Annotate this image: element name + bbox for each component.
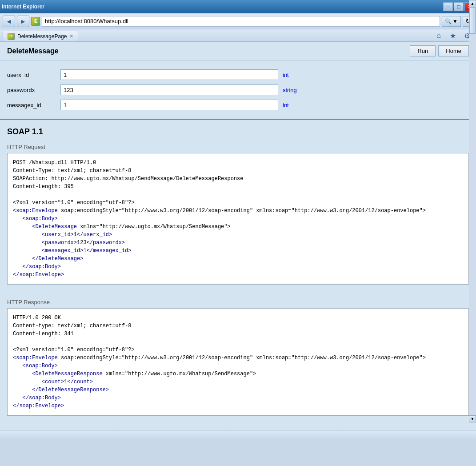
response-spacer — [7, 292, 469, 299]
resp-count-open: <count> — [42, 379, 64, 385]
header-buttons: Run Home — [410, 45, 469, 56]
req-msgid-val: 1 — [83, 248, 86, 254]
form-area: userx_id int passwordx string messagex_i… — [0, 60, 476, 120]
resp-deletemsg-close: </DeleteMessageResponse> — [32, 387, 109, 393]
restore-button[interactable]: □ — [454, 2, 464, 11]
form-row-messagex-id: messagex_id int — [7, 100, 469, 110]
home-button[interactable]: Home — [438, 45, 469, 56]
scroll-track[interactable] — [469, 7, 476, 415]
search-button[interactable]: 🔍 ▼ — [442, 16, 461, 27]
req-userx-close: </userx_id> — [77, 232, 112, 238]
req-msgid-close: </messagex_id> — [87, 248, 132, 254]
forward-button[interactable]: ► — [17, 16, 29, 27]
resp-envelope-open: <soap:Envelope — [13, 355, 58, 361]
resp-body-close: </soap:Body> — [23, 395, 61, 401]
tab-close-button[interactable]: ✕ — [69, 33, 73, 39]
messagex-id-input[interactable] — [60, 100, 278, 110]
search-dropdown-icon: ▼ — [452, 18, 458, 24]
http-response-label: HTTP Response — [7, 299, 469, 305]
soap-section: SOAP 1.1 HTTP Request POST /Whatsup.dll … — [0, 120, 476, 430]
passwordx-type[interactable]: string — [283, 87, 297, 93]
passwordx-label: passwordx — [7, 87, 60, 93]
scroll-up-button[interactable]: ▲ — [469, 0, 476, 7]
soap-version-title: SOAP 1.1 — [7, 127, 469, 137]
req-pass-open: <passwordx> — [42, 240, 77, 246]
resp-xmlns: xmlns="http://www.ugto.mx/Whatsup/SendMe… — [103, 371, 256, 377]
req-delete-close: </DeleteMessage> — [32, 256, 83, 262]
req-delete-tag: <DeleteMessage — [32, 224, 77, 230]
page-title: DeleteMessage — [7, 47, 59, 55]
favorites-icon-button[interactable]: ★ — [447, 30, 459, 41]
search-icon: 🔍 — [445, 18, 452, 24]
active-tab[interactable]: IE DeleteMessagePage ✕ — [3, 31, 78, 41]
window-title: Internet Explorer — [2, 4, 44, 10]
tab-label: DeleteMessagePage — [17, 33, 67, 40]
req-userx-val: 1 — [74, 232, 77, 238]
http-request-plain: POST /Whatsup.dll HTTP/1.0 Content-Type:… — [13, 160, 243, 206]
userx-id-label: userx_id — [7, 72, 60, 78]
main-scroll-area: DeleteMessage Run Home userx_id int pass… — [0, 42, 476, 430]
messagex-id-type[interactable]: int — [283, 102, 289, 108]
http-request-label: HTTP Request — [7, 144, 469, 150]
tab-bar: IE DeleteMessagePage ✕ ⌂ ★ ⚙ — [0, 29, 476, 42]
resp-body-open: <soap:Body> — [23, 363, 58, 369]
req-pass-val: 123 — [77, 240, 87, 246]
resp-deletemsg-open: <DeleteMessageResponse — [32, 371, 102, 377]
req-delete-close-indent — [13, 256, 32, 262]
req-body-close-indent — [13, 264, 23, 270]
http-response-code-box: HTTP/1.0 200 OK Content-type: text/xml; … — [7, 308, 469, 416]
resp-body-indent — [13, 363, 23, 369]
content-wrapper: DeleteMessage Run Home userx_id int pass… — [0, 42, 476, 430]
form-row-passwordx: passwordx string — [7, 84, 469, 95]
req-body-open — [13, 216, 23, 222]
resp-status: HTTP/1.0 200 OK Content-type: text/xml; … — [13, 315, 135, 353]
resp-envelope-close: </soap:Envelope> — [13, 403, 64, 409]
page-header: DeleteMessage Run Home — [0, 42, 476, 60]
run-button[interactable]: Run — [410, 45, 436, 56]
title-bar: Internet Explorer ─ □ ✕ — [0, 0, 476, 13]
req-msgid — [13, 248, 42, 254]
browser-icon: IE — [31, 17, 40, 26]
tab-icon: IE — [8, 33, 15, 40]
req-delete-xmlns: xmlns="http://www.ugto.mx/Whatsup/SendMe… — [77, 224, 231, 230]
req-userx-open: <userx_id> — [42, 232, 74, 238]
userx-id-type[interactable]: int — [283, 72, 289, 78]
req-pass-close: </passwordx> — [87, 240, 125, 246]
req-body-close: </soap:Body> — [23, 264, 61, 270]
resp-body-close-indent — [13, 395, 23, 401]
messagex-id-label: messagex_id — [7, 102, 60, 108]
resp-deletemsg-close-indent — [13, 387, 32, 393]
http-request-code-box: POST /Whatsup.dll HTTP/1.0 Content-Type:… — [7, 153, 469, 285]
home-icon-button[interactable]: ⌂ — [432, 30, 445, 41]
resp-encoding-attr: soap:encodingStyle="http://www.w3.org/20… — [58, 355, 426, 361]
req-userx — [13, 232, 42, 238]
minimize-button[interactable]: ─ — [443, 2, 453, 11]
req-encoding-attr: soap:encodingStyle="http://www.w3.org/20… — [58, 208, 426, 214]
form-row-userx-id: userx_id int — [7, 69, 469, 80]
scroll-down-button[interactable]: ▼ — [469, 415, 476, 422]
req-body-tag-open: <soap:Body> — [23, 216, 58, 222]
scroll-thumb[interactable] — [469, 7, 476, 34]
req-envelope-open: <soap:Envelope — [13, 208, 58, 214]
toolbar-right: ⌂ ★ ⚙ — [432, 30, 473, 41]
req-envelope-close: </soap:Envelope> — [13, 272, 64, 278]
resp-deletemsg-indent — [13, 371, 32, 377]
status-bar — [0, 430, 476, 440]
req-passwordx — [13, 240, 42, 246]
userx-id-input[interactable] — [60, 69, 278, 80]
scrollbar: ▲ ▼ — [469, 0, 476, 422]
passwordx-input[interactable] — [60, 84, 278, 95]
req-msgid-open: <messagex_id> — [42, 248, 84, 254]
resp-count-close: </count> — [67, 379, 93, 385]
req-deletemessage-open — [13, 224, 32, 230]
address-bar: ◄ ► IE 🔍 ▼ ↻ — [0, 13, 476, 29]
address-input[interactable] — [42, 16, 440, 27]
resp-count-indent — [13, 379, 42, 385]
back-button[interactable]: ◄ — [3, 16, 15, 27]
